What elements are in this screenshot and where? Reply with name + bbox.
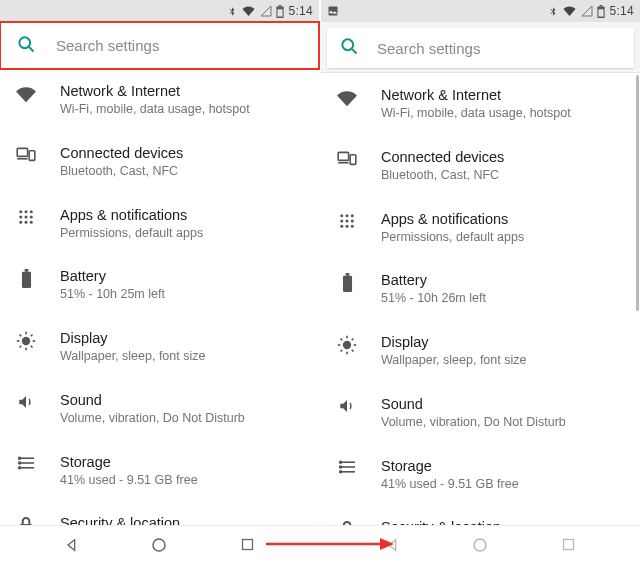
svg-point-9 xyxy=(25,210,28,213)
nav-back-button[interactable] xyxy=(61,534,83,556)
svg-rect-74 xyxy=(563,540,573,550)
settings-item-sound[interactable]: SoundVolume, vibration, Do Not Disturb xyxy=(0,378,319,440)
item-sub: Bluetooth, Cast, NFC xyxy=(60,164,303,180)
svg-rect-40 xyxy=(599,9,604,16)
battery-status-icon xyxy=(597,5,605,18)
svg-point-14 xyxy=(19,220,22,223)
item-title: Network & Internet xyxy=(60,82,303,100)
svg-point-48 xyxy=(351,214,354,217)
status-bar: 5:14 xyxy=(321,0,640,22)
search-settings-bar[interactable]: Search settings xyxy=(0,22,319,69)
settings-item-connected-devices[interactable]: Connected devicesBluetooth, Cast, NFC xyxy=(0,131,319,193)
settings-item-network[interactable]: Network & InternetWi-Fi, mobile, data us… xyxy=(321,73,640,135)
svg-point-51 xyxy=(351,219,354,222)
wifi-status-icon xyxy=(241,5,256,17)
search-placeholder: Search settings xyxy=(377,40,480,57)
svg-point-13 xyxy=(30,215,33,218)
item-title: Sound xyxy=(381,395,624,413)
svg-rect-18 xyxy=(24,269,28,272)
svg-line-62 xyxy=(341,339,343,341)
svg-point-50 xyxy=(346,219,349,222)
svg-line-24 xyxy=(20,335,22,337)
svg-point-57 xyxy=(343,341,351,349)
svg-point-12 xyxy=(25,215,28,218)
sound-icon xyxy=(16,393,36,411)
svg-point-11 xyxy=(19,215,22,218)
item-sub: Wi-Fi, mobile, data usage, hotspot xyxy=(381,106,624,122)
battery-icon xyxy=(337,273,357,293)
svg-rect-34 xyxy=(20,524,32,525)
svg-point-73 xyxy=(474,539,486,551)
search-settings-card[interactable]: Search settings xyxy=(327,28,634,68)
settings-item-security[interactable]: Security & locationPlay Protect, screen … xyxy=(0,501,319,525)
svg-rect-5 xyxy=(17,148,27,156)
item-title: Display xyxy=(381,333,624,351)
settings-item-connected-devices[interactable]: Connected devicesBluetooth, Cast, NFC xyxy=(321,135,640,197)
settings-item-apps[interactable]: Apps & notificationsPermissions, default… xyxy=(0,193,319,255)
nav-recents-button[interactable] xyxy=(236,534,258,556)
item-title: Apps & notifications xyxy=(60,206,303,224)
settings-item-sound[interactable]: SoundVolume, vibration, Do Not Disturb xyxy=(321,382,640,444)
svg-point-19 xyxy=(22,337,30,345)
settings-item-security[interactable]: Security & locationPlay Protect, screen … xyxy=(321,505,640,525)
status-bar: 5:14 xyxy=(0,0,319,22)
apps-icon xyxy=(337,212,357,230)
svg-point-8 xyxy=(19,210,22,213)
settings-item-storage[interactable]: Storage41% used - 9.51 GB free xyxy=(321,444,640,506)
svg-point-46 xyxy=(340,214,343,217)
item-title: Connected devices xyxy=(381,148,624,166)
item-sub: Wi-Fi, mobile, data usage, hotspot xyxy=(60,102,303,118)
bluetooth-icon xyxy=(548,5,558,18)
nav-home-button[interactable] xyxy=(469,534,491,556)
svg-point-10 xyxy=(30,210,33,213)
storage-icon xyxy=(16,455,36,471)
scrollbar[interactable] xyxy=(636,75,639,311)
svg-line-63 xyxy=(352,350,354,352)
svg-point-35 xyxy=(153,539,165,551)
search-icon xyxy=(339,36,359,60)
settings-item-battery[interactable]: Battery51% - 10h 26m left xyxy=(321,258,640,320)
item-title: Display xyxy=(60,329,303,347)
settings-item-network[interactable]: Network & InternetWi-Fi, mobile, data us… xyxy=(0,69,319,131)
nav-bar xyxy=(321,525,640,563)
svg-point-15 xyxy=(25,220,28,223)
item-sub: Volume, vibration, Do Not Disturb xyxy=(60,411,303,427)
item-title: Storage xyxy=(381,457,624,475)
item-title: Network & Internet xyxy=(381,86,624,104)
settings-item-storage[interactable]: Storage41% used - 9.51 GB free xyxy=(0,440,319,502)
settings-item-apps[interactable]: Apps & notificationsPermissions, default… xyxy=(321,197,640,259)
item-title: Connected devices xyxy=(60,144,303,162)
svg-point-31 xyxy=(19,457,21,459)
item-title: Battery xyxy=(381,271,624,289)
settings-item-display[interactable]: DisplayWallpaper, sleep, font size xyxy=(321,320,640,382)
wifi-status-icon xyxy=(562,5,577,17)
nav-recents-button[interactable] xyxy=(557,534,579,556)
settings-item-battery[interactable]: Battery51% - 10h 25m left xyxy=(0,254,319,316)
item-sub: 41% used - 9.51 GB free xyxy=(381,477,624,493)
svg-point-70 xyxy=(340,466,342,468)
nav-home-button[interactable] xyxy=(148,534,170,556)
svg-point-47 xyxy=(346,214,349,217)
item-title: Security & location xyxy=(381,518,624,525)
item-title: Apps & notifications xyxy=(381,210,624,228)
phone-left: 5:14 Search settings Network & InternetW… xyxy=(0,0,319,563)
item-sub: Volume, vibration, Do Not Disturb xyxy=(381,415,624,431)
svg-rect-17 xyxy=(21,272,30,288)
settings-item-display[interactable]: DisplayWallpaper, sleep, font size xyxy=(0,316,319,378)
item-sub: Permissions, default apps xyxy=(381,230,624,246)
signal-icon xyxy=(581,5,593,17)
battery-status-icon xyxy=(276,5,284,18)
svg-rect-55 xyxy=(342,276,351,292)
display-icon xyxy=(16,331,36,351)
svg-point-16 xyxy=(30,220,33,223)
lock-icon xyxy=(16,516,36,525)
svg-point-33 xyxy=(19,466,21,468)
svg-rect-2 xyxy=(278,9,283,16)
svg-point-71 xyxy=(340,470,342,472)
phone-right: 5:14 Search settings Network & InternetW… xyxy=(321,0,640,563)
battery-icon xyxy=(16,269,36,289)
svg-point-52 xyxy=(340,224,343,227)
nav-back-button[interactable] xyxy=(382,534,404,556)
devices-icon xyxy=(337,150,357,166)
lock-icon xyxy=(337,520,357,525)
